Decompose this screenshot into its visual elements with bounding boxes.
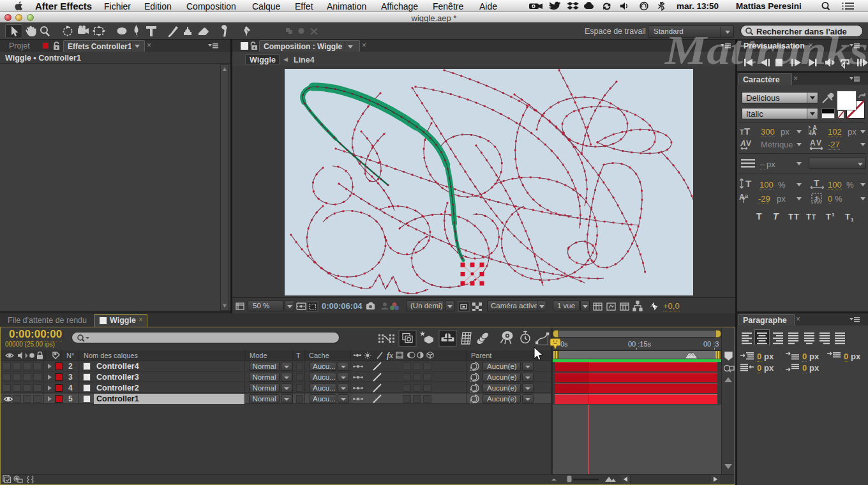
svg-text:Nom des calques: Nom des calques [84, 352, 138, 359]
svg-text:T: T [745, 178, 751, 189]
svg-text:T: T [806, 212, 811, 221]
svg-text:T: T [794, 212, 799, 221]
svg-text:Parent: Parent [471, 352, 491, 359]
svg-text:T: T [744, 126, 750, 137]
svg-text:1: 1 [832, 212, 835, 218]
svg-text:T: T [788, 212, 793, 221]
svg-text:Cache: Cache [309, 352, 329, 359]
svg-text:fx: fx [387, 351, 393, 360]
svg-text:Mode: Mode [250, 352, 267, 359]
svg-text:T: T [740, 128, 744, 136]
svg-text:a: a [745, 193, 749, 199]
svg-text:A: A [740, 139, 746, 148]
svg-text:1: 1 [851, 217, 854, 223]
svg-text:あ: あ [814, 195, 821, 202]
svg-text:T: T [814, 179, 819, 188]
svg-text:N°: N° [66, 352, 74, 359]
svg-text:IA: IA [810, 130, 816, 137]
svg-text:T: T [296, 352, 301, 359]
svg-text:T: T [773, 211, 779, 221]
svg-text:V: V [816, 138, 821, 147]
svg-text:A: A [810, 138, 816, 147]
svg-text:T: T [812, 214, 816, 221]
svg-text:T: T [756, 211, 762, 221]
svg-text:T: T [845, 212, 850, 221]
svg-text:V: V [746, 139, 751, 148]
svg-text:T: T [826, 212, 831, 221]
